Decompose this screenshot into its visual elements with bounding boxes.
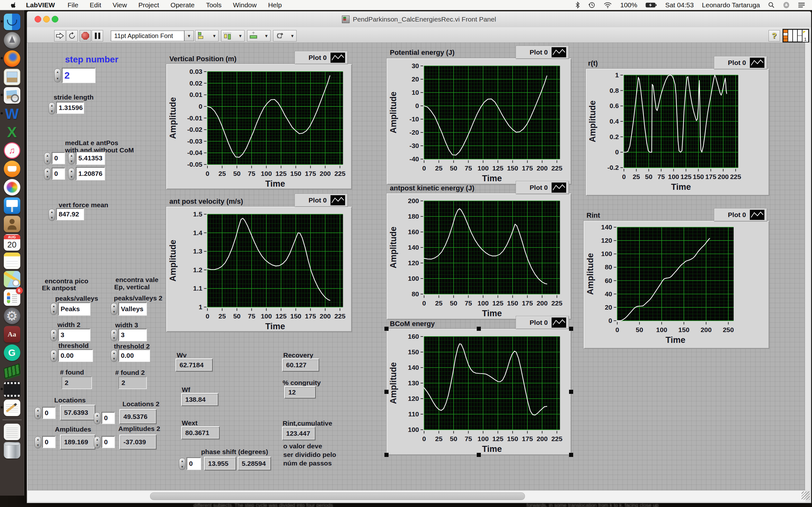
- selection-handle[interactable]: [569, 327, 573, 331]
- dock-item-itunes[interactable]: ♫: [3, 141, 21, 160]
- dock-item-labview[interactable]: [3, 380, 21, 399]
- dock-item-preview[interactable]: [3, 86, 21, 105]
- selection-handle[interactable]: [477, 453, 481, 457]
- front-panel[interactable]: step number ▲▼ 2 stride length ▲▼ 1.3159…: [28, 43, 805, 490]
- graph-ant-post-velocity[interactable]: 025507510012515017520022511.11.21.31.41.…: [166, 206, 352, 332]
- menu-edit[interactable]: Edit: [90, 1, 101, 9]
- medlat-index2-spinner[interactable]: ▲▼: [44, 168, 51, 180]
- selection-handle[interactable]: [569, 390, 573, 394]
- menu-app-name[interactable]: LabVIEW: [26, 1, 55, 9]
- time-machine-icon[interactable]: [589, 2, 595, 9]
- dock-item-notes[interactable]: [3, 251, 21, 270]
- dock-item-excel[interactable]: X: [3, 123, 21, 141]
- bluetooth-icon[interactable]: [575, 2, 580, 9]
- dock-item-grammarly[interactable]: G: [3, 343, 21, 362]
- graph-rint[interactable]: 050100150200250020406080100120140Amplitu…: [583, 221, 769, 349]
- selection-handle[interactable]: [385, 453, 389, 457]
- medlat-index2-input[interactable]: 0: [52, 168, 65, 180]
- menu-tools[interactable]: Tools: [206, 1, 221, 9]
- legend-rint[interactable]: Plot 0: [714, 208, 767, 222]
- spotlight-icon[interactable]: [768, 2, 774, 8]
- pause-button[interactable]: [92, 30, 103, 42]
- step-number-input[interactable]: 2: [62, 68, 96, 83]
- step-number-spinner[interactable]: ▲▼: [54, 68, 61, 82]
- run-button[interactable]: [54, 30, 66, 42]
- wifi-icon[interactable]: [604, 2, 612, 8]
- finder2-width-spinner[interactable]: ▲▼: [111, 329, 117, 341]
- graph-antpost-kinetic-energy[interactable]: 0255075100125150175200225801001201401601…: [386, 193, 571, 320]
- title-bar[interactable]: PendParkinson_CalcEnergiesRec.vi Front P…: [27, 11, 811, 27]
- dock-item-calendar[interactable]: AUG20: [3, 233, 21, 251]
- horizontal-scrollbar[interactable]: [28, 490, 805, 502]
- window-resize-grip[interactable]: [802, 492, 810, 500]
- graph-potential-energy[interactable]: 0255075100125150175200225-40-30-20-10010…: [386, 58, 571, 185]
- vert-force-mean-spinner[interactable]: ▲▼: [49, 209, 55, 221]
- dock-item-reminders[interactable]: 6: [3, 288, 21, 307]
- dock-item-sysprefs[interactable]: ⚙: [3, 307, 21, 325]
- graph-rt[interactable]: 0255075100125150175200225-0.200.20.40.60…: [586, 68, 769, 196]
- horizontal-scrollbar-thumb[interactable]: [150, 493, 525, 500]
- selection-handle[interactable]: [385, 390, 389, 394]
- dock-item-memory[interactable]: [3, 362, 21, 380]
- finder1-amplitudes-index-input[interactable]: 0: [42, 436, 55, 448]
- legend-ant-post-velocity[interactable]: Plot 0: [295, 193, 348, 207]
- menu-operate[interactable]: Operate: [171, 1, 195, 9]
- finder2-peaks-valleys-select[interactable]: Valleys: [118, 302, 147, 316]
- distribute-objects-button[interactable]: ▼: [221, 30, 245, 42]
- vertical-scrollbar[interactable]: [805, 43, 810, 490]
- phase-shift-index-input[interactable]: 0: [187, 457, 201, 470]
- graph-vertical-position[interactable]: 0255075100125150175200225-0.05-0.04-0.03…: [166, 64, 352, 189]
- menu-file[interactable]: File: [67, 1, 78, 9]
- menu-user[interactable]: Leonardo Tartaruga: [702, 1, 760, 9]
- stride-length-spinner[interactable]: ▲▼: [49, 102, 55, 114]
- dock-item-photos[interactable]: [3, 178, 21, 196]
- run-continuous-button[interactable]: [66, 30, 78, 42]
- dock-item-ibooks[interactable]: [3, 160, 21, 178]
- finder2-width-input[interactable]: 3: [118, 329, 147, 341]
- resize-objects-button[interactable]: ▼: [247, 30, 270, 42]
- help-button[interactable]: ?: [768, 30, 780, 42]
- dock-item-contacts[interactable]: [3, 215, 21, 233]
- dock-item-dictionary[interactable]: Aa: [3, 325, 21, 343]
- legend-antpost-kinetic-energy[interactable]: Plot 0: [516, 181, 569, 194]
- apple-menu-icon[interactable]: [11, 2, 17, 8]
- menu-project[interactable]: Project: [138, 1, 159, 9]
- finder2-amplitudes-index-input[interactable]: 0: [101, 436, 115, 448]
- dock-item-launchpad[interactable]: [3, 31, 21, 49]
- finder1-locations-index-input[interactable]: 0: [42, 407, 55, 419]
- finder1-amplitudes-index-spinner[interactable]: ▲▼: [35, 436, 41, 448]
- menu-window[interactable]: Window: [233, 1, 257, 9]
- abort-button[interactable]: [80, 30, 91, 42]
- minimize-button[interactable]: [43, 16, 50, 22]
- legend-bcom-energy[interactable]: Plot 0: [516, 316, 569, 329]
- finder2-locations-index-input[interactable]: 0: [101, 412, 115, 424]
- finder1-threshold-spinner[interactable]: ▲▼: [50, 350, 57, 362]
- legend-vertical-position[interactable]: Plot 0: [295, 51, 348, 64]
- menu-view[interactable]: View: [113, 1, 127, 9]
- finder1-width-spinner[interactable]: ▲▼: [50, 329, 57, 341]
- medlat-value2-input[interactable]: 1.20876: [76, 167, 105, 180]
- finder1-locations-index-spinner[interactable]: ▲▼: [35, 407, 41, 419]
- finder2-peaks-valleys-spinner[interactable]: ▲▼: [111, 303, 117, 315]
- dock-item-textedit[interactable]: [3, 399, 21, 417]
- dock-item-trash[interactable]: [3, 441, 21, 459]
- dock-item-mail[interactable]: [3, 68, 21, 86]
- finder2-threshold-input[interactable]: 0.00: [118, 349, 150, 362]
- finder1-peaks-valleys-select[interactable]: Peaks: [58, 302, 90, 316]
- dock-item-documents[interactable]: [3, 423, 21, 441]
- finder2-threshold-spinner[interactable]: ▲▼: [111, 350, 117, 362]
- font-selector-dropdown-icon[interactable]: ▼: [184, 31, 194, 41]
- siri-icon[interactable]: [783, 2, 790, 9]
- menu-clock[interactable]: Sat 04:53: [665, 1, 694, 9]
- medlat-index1-input[interactable]: 0: [52, 152, 65, 164]
- zoom-button[interactable]: [52, 16, 58, 22]
- finder1-peaks-valleys-spinner[interactable]: ▲▼: [50, 303, 57, 315]
- legend-rt[interactable]: Plot 0: [714, 56, 767, 69]
- finder2-amplitudes-index-spinner[interactable]: ▲▼: [94, 436, 101, 448]
- finder1-threshold-input[interactable]: 0.00: [58, 349, 93, 362]
- medlat-value1-input[interactable]: 5.41353: [76, 152, 105, 165]
- dock-item-firefox[interactable]: [3, 49, 21, 68]
- selection-handle[interactable]: [569, 453, 573, 457]
- finder2-locations-index-spinner[interactable]: ▲▼: [94, 412, 101, 424]
- graph-bcom-energy[interactable]: 0255075100125150175200225100110120130140…: [386, 329, 571, 455]
